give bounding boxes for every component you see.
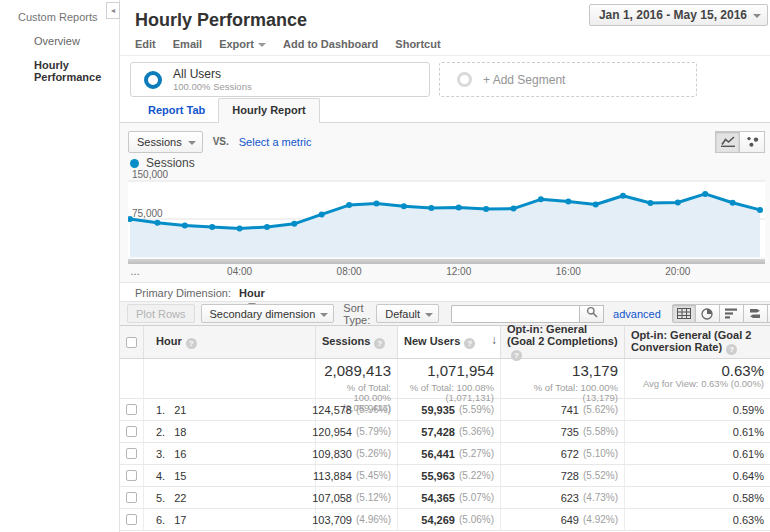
summary-new-users: 1,071,954	[427, 362, 494, 379]
secondary-dimension-label: Secondary dimension	[210, 308, 316, 320]
table-row: 5.22107,058(5.12%)54,365(5.07%)623(4.73%…	[120, 487, 770, 509]
cell-completions: 741(5.62%)	[500, 399, 624, 420]
action-shortcut[interactable]: Shortcut	[395, 38, 440, 50]
action-email[interactable]: Email	[173, 38, 202, 50]
row-checkbox[interactable]	[126, 448, 137, 459]
segment-all-users[interactable]: All Users 100.00% Sessions	[130, 62, 430, 97]
column-header-new-users[interactable]: New Users? ↓	[397, 326, 500, 358]
cell-hour: 2.18	[143, 421, 315, 442]
column-header-goal-conversion-rate[interactable]: Opt-in: General (Goal 2 Conversion Rate)…	[624, 326, 770, 358]
row-checkbox[interactable]	[126, 492, 137, 503]
row-rank: 6.	[156, 514, 165, 526]
motion-chart-button[interactable]	[740, 131, 765, 153]
column-header-goal-completions[interactable]: Opt-in: General (Goal 2 Completions)?	[500, 326, 624, 358]
cell-completions: 649(4.92%)	[500, 509, 624, 530]
sidebar-collapse-button[interactable]: ◂	[106, 2, 120, 19]
tab-report-tab[interactable]: Report Tab	[135, 99, 218, 122]
sort-type-dropdown[interactable]: Default	[376, 304, 439, 323]
row-rank: 3.	[156, 448, 165, 460]
line-chart-button[interactable]	[715, 131, 740, 153]
cell-new-users: 54,269(5.06%)	[397, 509, 500, 530]
cell-completions: 728(5.52%)	[500, 465, 624, 486]
primary-dimension-hour[interactable]: Hour	[239, 287, 265, 299]
help-icon[interactable]: ?	[464, 338, 475, 349]
motion-chart-icon	[746, 136, 759, 148]
row-hour-value: 17	[174, 514, 186, 526]
action-add-to-dashboard[interactable]: Add to Dashboard	[283, 38, 378, 50]
select-metric-link[interactable]: Select a metric	[239, 136, 312, 148]
row-checkbox[interactable]	[126, 470, 137, 481]
cell-conversion-rate: 0.63%	[624, 509, 770, 530]
help-icon[interactable]: ?	[186, 338, 197, 349]
cell-new-users: 54,365(5.07%)	[397, 487, 500, 508]
row-checkbox[interactable]	[126, 514, 137, 525]
sessions-chart[interactable]: 150,000 75,000 …04:0008:0012:0016:0020:0…	[128, 175, 765, 279]
column-header-hour[interactable]: Hour?	[143, 326, 315, 358]
chart-plot[interactable]	[128, 175, 765, 259]
cell-completions: 623(4.73%)	[500, 487, 624, 508]
comparison-view-button[interactable]	[744, 304, 768, 323]
search-input[interactable]	[451, 305, 579, 323]
grid-icon	[677, 308, 691, 319]
summary-rate: 0.63%	[721, 362, 764, 379]
search-button[interactable]	[579, 305, 604, 323]
graph-panel: Sessions VS. Select a metric	[120, 123, 770, 283]
metric-row: Sessions VS. Select a metric	[128, 123, 765, 153]
cell-conversion-rate: 0.59%	[624, 399, 770, 420]
help-icon[interactable]: ?	[511, 350, 522, 361]
cell-hour: 6.17	[143, 509, 315, 530]
action-edit[interactable]: Edit	[135, 38, 156, 50]
summary-completions: 13,179	[572, 362, 618, 379]
legend-label: Sessions	[146, 156, 195, 170]
sidebar-item-overview[interactable]: Overview	[0, 23, 119, 47]
cell-sessions: 124,578(5.96%)	[315, 399, 397, 420]
cell-sessions: 113,884(5.45%)	[315, 465, 397, 486]
date-range-picker[interactable]: Jan 1, 2016 - May 15, 2016	[589, 4, 768, 26]
report-tabs: Report TabHourly Report	[120, 98, 770, 123]
segment-bar: All Users 100.00% Sessions + Add Segment	[120, 56, 770, 98]
legend-dot-icon	[130, 159, 139, 168]
row-rank: 4.	[156, 470, 165, 482]
table-view-button[interactable]	[672, 304, 696, 323]
cell-completions: 735(5.58%)	[500, 421, 624, 442]
add-segment-button[interactable]: + Add Segment	[439, 62, 697, 97]
secondary-dimension-dropdown[interactable]: Secondary dimension	[201, 304, 335, 323]
comparison-icon	[748, 308, 762, 319]
plot-rows-button[interactable]: Plot Rows	[127, 304, 195, 323]
x-axis-ticks: …04:0008:0012:0016:0020:00	[128, 264, 765, 278]
x-axis-tick-04-00: 04:00	[227, 266, 252, 277]
advanced-link[interactable]: advanced	[613, 308, 661, 320]
x-axis-tick-08-00: 08:00	[337, 266, 362, 277]
cell-sessions: 107,058(5.12%)	[315, 487, 397, 508]
tab-hourly-report[interactable]: Hourly Report	[218, 98, 319, 123]
cell-sessions: 103,709(4.96%)	[315, 509, 397, 530]
metric-dropdown[interactable]: Sessions	[128, 131, 203, 153]
cell-conversion-rate: 0.64%	[624, 465, 770, 486]
column-header-sessions[interactable]: Sessions?	[315, 326, 397, 358]
search-icon	[586, 306, 598, 318]
select-all-checkbox[interactable]	[126, 337, 137, 348]
sidebar-item-hourly-performance[interactable]: Hourly Performance	[0, 47, 119, 83]
pie-icon	[701, 308, 713, 320]
help-icon[interactable]: ?	[374, 338, 385, 349]
row-checkbox[interactable]	[126, 404, 137, 415]
table-row: 1.21124,578(5.96%)59,935(5.59%)741(5.62%…	[120, 399, 770, 421]
chart-type-switcher	[715, 131, 765, 153]
percentage-view-button[interactable]	[696, 304, 720, 323]
row-hour-value: 21	[174, 404, 186, 416]
help-icon[interactable]: ?	[726, 344, 737, 355]
segment-name: All Users	[173, 68, 252, 81]
table-search	[451, 305, 604, 323]
view-switcher	[672, 304, 770, 323]
segment-detail: 100.00% Sessions	[173, 81, 252, 92]
table-row: 4.15113,884(5.45%)55,963(5.22%)728(5.52%…	[120, 465, 770, 487]
report-header: Hourly Performance Jan 1, 2016 - May 15,…	[120, 0, 770, 38]
action-export[interactable]: Export	[219, 38, 266, 50]
table-controls-bar: Plot Rows Secondary dimension Sort Type:…	[120, 301, 770, 326]
add-segment-circle-icon	[457, 72, 472, 87]
analytics-app: Custom Reports ◂ OverviewHourly Performa…	[0, 0, 770, 532]
chevron-down-icon	[425, 313, 433, 317]
row-checkbox[interactable]	[126, 426, 137, 437]
performance-view-button[interactable]	[720, 304, 744, 323]
sort-type-value: Default	[385, 308, 420, 320]
